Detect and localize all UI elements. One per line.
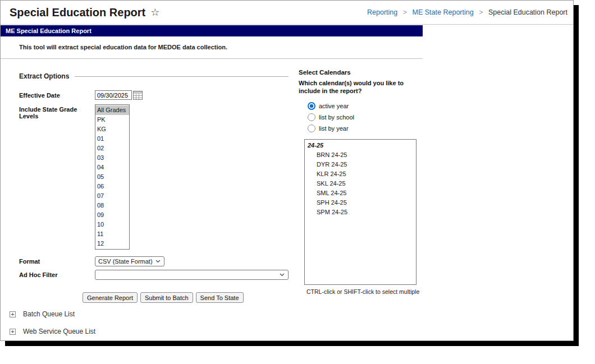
grade-option[interactable]: 07 — [95, 191, 129, 201]
calendar-option[interactable]: SPM 24-25 — [305, 208, 416, 217]
grade-levels-label: Include State Grade Levels — [19, 104, 95, 119]
grade-option[interactable]: 08 — [95, 201, 129, 210]
extract-options-section: Extract Options Effective Date Include S… — [19, 68, 289, 303]
calendar-option[interactable]: BRN 24-25 — [305, 150, 416, 160]
grade-option[interactable]: 01 — [95, 134, 129, 144]
grade-option[interactable]: 12 — [95, 239, 129, 248]
grade-option[interactable]: 10 — [95, 220, 129, 229]
breadcrumb-link-me-state-reporting[interactable]: ME State Reporting — [413, 8, 474, 16]
adhoc-filter-label: Ad Hoc Filter — [19, 270, 95, 278]
report-description: This tool will extract special education… — [1, 36, 423, 59]
format-select-value: CSV (State Format) — [98, 258, 153, 265]
radio-list-by-school-label: list by school — [319, 114, 354, 121]
calendar-option[interactable]: SPH 24-25 — [305, 198, 416, 208]
adhoc-filter-row: Ad Hoc Filter — [19, 270, 289, 280]
web-service-queue-list-expander[interactable]: + Web Service Queue List — [10, 328, 95, 335]
grade-option[interactable]: 06 — [95, 182, 129, 191]
favorite-star-icon[interactable]: ☆ — [150, 6, 159, 19]
grade-option[interactable]: 11 — [95, 229, 129, 239]
format-select[interactable]: CSV (State Format) — [95, 256, 164, 266]
radio-active-year[interactable]: active year — [308, 100, 429, 112]
breadcrumb-separator-icon: > — [479, 8, 483, 16]
calendar-option[interactable]: SKL 24-25 — [305, 179, 416, 188]
effective-date-input[interactable] — [95, 90, 132, 100]
effective-date-label: Effective Date — [19, 90, 95, 99]
calendar-picker-icon[interactable] — [133, 91, 143, 100]
calendar-option[interactable]: DYR 24-25 — [305, 160, 416, 169]
format-label: Format — [19, 256, 95, 265]
generate-report-button[interactable]: Generate Report — [83, 292, 138, 303]
expand-plus-icon[interactable]: + — [10, 329, 16, 335]
radio-list-by-year-label: list by year — [319, 125, 349, 132]
radio-unselected-icon[interactable] — [308, 125, 315, 132]
breadcrumb: Reporting > ME State Reporting > Special… — [367, 8, 567, 16]
radio-selected-icon[interactable] — [308, 102, 315, 110]
section-divider — [75, 76, 289, 77]
grade-option[interactable]: 02 — [95, 144, 129, 153]
radio-unselected-icon[interactable] — [308, 113, 315, 121]
radio-list-by-year[interactable]: list by year — [308, 123, 429, 134]
report-banner: ME Special Education Report — [1, 25, 423, 36]
send-to-state-button[interactable]: Send To State — [196, 292, 244, 303]
web-service-queue-list-label: Web Service Queue List — [23, 328, 95, 335]
chevron-down-icon — [280, 273, 285, 277]
select-calendars-section: Select Calendars Which calendar(s) would… — [299, 69, 429, 295]
grade-option[interactable]: KG — [95, 125, 129, 134]
calendar-year-group: 24-25 — [305, 142, 416, 150]
submit-to-batch-button[interactable]: Submit to Batch — [140, 292, 193, 303]
calendar-option[interactable]: KLR 24-25 — [305, 169, 416, 179]
grade-option[interactable]: 05 — [95, 172, 129, 182]
grade-option[interactable]: PK — [95, 115, 129, 125]
radio-active-year-label: active year — [319, 103, 349, 109]
grade-levels-listbox[interactable]: All Grades PK KG 01 02 03 04 05 06 07 08… — [95, 104, 130, 250]
app-window: Special Education Report ☆ Reporting > M… — [0, 0, 574, 341]
chevron-down-icon — [155, 260, 161, 263]
effective-date-row: Effective Date — [19, 90, 289, 100]
format-row: Format CSV (State Format) — [19, 256, 289, 266]
radio-list-by-school[interactable]: list by school — [308, 112, 429, 123]
calendar-option[interactable]: SML 24-25 — [305, 188, 416, 198]
grade-option[interactable]: 09 — [95, 210, 129, 220]
expand-plus-icon[interactable]: + — [10, 311, 16, 317]
extract-options-title: Extract Options — [19, 72, 69, 80]
action-buttons: Generate Report Submit to Batch Send To … — [83, 292, 289, 303]
page-header: Special Education Report ☆ Reporting > M… — [1, 1, 573, 25]
breadcrumb-separator-icon: > — [403, 8, 407, 16]
select-calendars-title: Select Calendars — [299, 69, 429, 76]
calendar-mode-radios: active year list by school list by year — [308, 100, 429, 134]
grade-option[interactable]: All Grades — [95, 105, 129, 115]
batch-queue-list-label: Batch Queue List — [23, 310, 75, 318]
grade-option[interactable]: 03 — [95, 153, 129, 163]
breadcrumb-current: Special Education Report — [488, 8, 567, 16]
extract-options-header: Extract Options — [19, 72, 289, 80]
grade-option[interactable]: 04 — [95, 163, 129, 172]
grade-levels-row: Include State Grade Levels All Grades PK… — [19, 104, 289, 250]
multi-select-hint: CTRL-click or SHIFT-click to select mult… — [306, 288, 429, 295]
batch-queue-list-expander[interactable]: + Batch Queue List — [10, 310, 75, 318]
calendars-question: Which calendar(s) would you like to incl… — [299, 79, 420, 95]
breadcrumb-link-reporting[interactable]: Reporting — [367, 8, 397, 16]
page-title: Special Education Report — [10, 6, 145, 19]
calendars-listbox[interactable]: 24-25 BRN 24-25 DYR 24-25 KLR 24-25 SKL … — [304, 139, 417, 285]
adhoc-filter-select[interactable] — [95, 270, 289, 280]
